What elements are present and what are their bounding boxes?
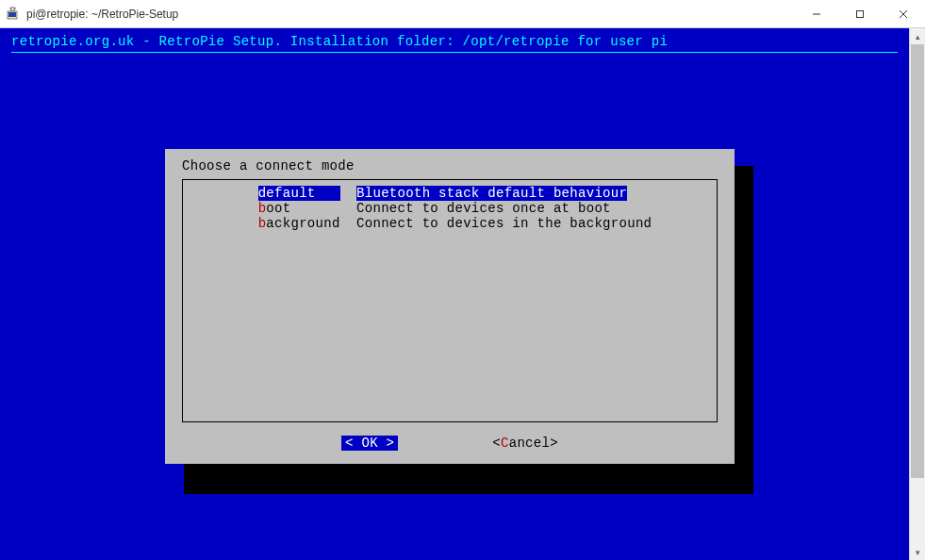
svg-rect-5 (857, 10, 864, 17)
putty-icon (6, 7, 21, 22)
svg-rect-1 (8, 12, 16, 17)
option-default[interactable]: default Bluetooth stack default behaviou… (192, 186, 707, 201)
window-title: pi@retropie: ~/RetroPie-Setup (26, 8, 795, 21)
window-controls (795, 0, 925, 27)
vertical-scrollbar[interactable]: ▴ ▾ (909, 28, 925, 560)
scroll-thumb[interactable] (911, 44, 924, 478)
window-titlebar: pi@retropie: ~/RetroPie-Setup (0, 0, 925, 28)
option-boot[interactable]: boot Connect to devices once at boot (192, 201, 707, 216)
terminal-content: retropie.org.uk - RetroPie Setup. Instal… (0, 28, 909, 66)
header-text: retropie.org.uk - RetroPie Setup. Instal… (11, 34, 898, 49)
dialog-container: Choose a connect mode default Bluetooth … (165, 149, 735, 464)
header-underline (11, 52, 898, 53)
minimize-button[interactable] (795, 0, 838, 27)
cancel-button[interactable]: <Cancel> (492, 436, 558, 451)
option-background[interactable]: background Connect to devices in the bac… (192, 216, 707, 231)
maximize-button[interactable] (838, 0, 882, 27)
ok-button[interactable]: < OK > (341, 436, 398, 451)
dialog-options-box: default Bluetooth stack default behaviou… (182, 179, 718, 422)
close-button[interactable] (882, 0, 925, 27)
app-body: retropie.org.uk - RetroPie Setup. Instal… (0, 28, 925, 560)
dialog-prompt: Choose a connect mode (182, 158, 718, 173)
dialog: Choose a connect mode default Bluetooth … (165, 149, 735, 464)
terminal-area: retropie.org.uk - RetroPie Setup. Instal… (0, 28, 909, 560)
scroll-down-arrow[interactable]: ▾ (910, 544, 925, 560)
scroll-up-arrow[interactable]: ▴ (910, 28, 925, 44)
dialog-buttons: < OK > <Cancel> (182, 436, 718, 451)
